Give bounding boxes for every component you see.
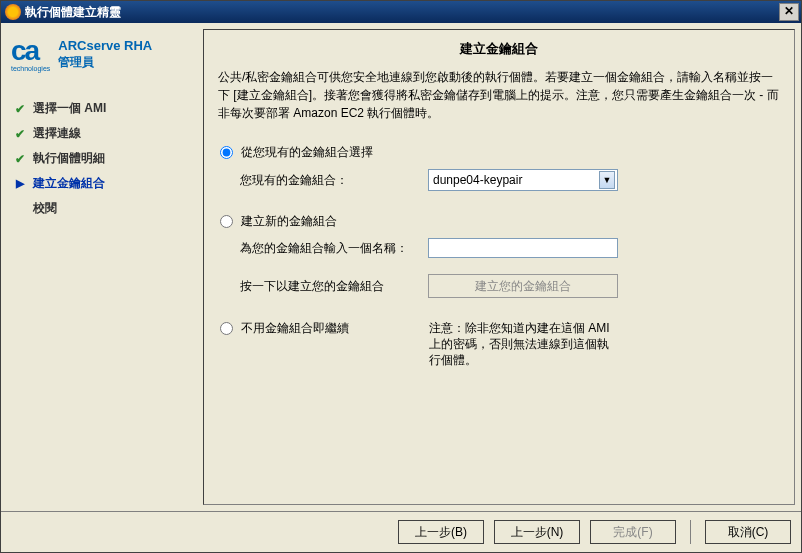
radio-create[interactable]: [220, 215, 233, 228]
radio-none-label: 不用金鑰組合即繼續: [241, 320, 421, 337]
finish-button[interactable]: 完成(F): [590, 520, 676, 544]
radio-existing-label: 從您現有的金鑰組合選擇: [241, 144, 373, 161]
arrow-right-icon: ▶: [13, 177, 27, 190]
existing-field-label: 您現有的金鑰組合：: [240, 172, 420, 189]
radio-existing[interactable]: [220, 146, 233, 159]
option-existing: 從您現有的金鑰組合選擇 您現有的金鑰組合： dunpe04-keypair ▼: [218, 144, 780, 197]
next-button[interactable]: 上一步(N): [494, 520, 580, 544]
page-title: 建立金鑰組合: [218, 40, 780, 58]
create-name-label: 為您的金鑰組合輸入一個名稱：: [240, 240, 420, 257]
sidebar: ca technologies ARCserve RHA 管理員 ✔ 選擇一個 …: [7, 29, 197, 505]
create-button-hint: 按一下以建立您的金鑰組合: [240, 278, 420, 295]
step-create-keypair: ▶ 建立金鑰組合: [11, 171, 193, 196]
body: ca technologies ARCserve RHA 管理員 ✔ 選擇一個 …: [1, 23, 801, 511]
select-value: dunpe04-keypair: [433, 173, 522, 187]
chevron-down-icon: ▼: [599, 171, 615, 189]
logo-sub: technologies: [11, 65, 50, 72]
step-label: 執行個體明細: [33, 150, 105, 167]
step-label: 選擇一個 AMI: [33, 100, 106, 117]
step-instance-details: ✔ 執行個體明細: [11, 146, 193, 171]
close-icon[interactable]: ✕: [779, 3, 799, 21]
radio-create-label: 建立新的金鑰組合: [241, 213, 337, 230]
wizard-icon: [5, 4, 21, 20]
option-none: 不用金鑰組合即繼續 注意：除非您知道內建在這個 AMI 上的密碼，否則無法連線到…: [218, 320, 780, 377]
logo-ca: ca: [11, 35, 38, 66]
app-subtitle: 管理員: [58, 54, 152, 71]
content-panel: 建立金鑰組合 公共/私密金鑰組合可供您安全地連線到您啟動後的執行個體。若要建立一…: [203, 29, 795, 505]
titlebar: 執行個體建立精靈 ✕: [1, 1, 801, 23]
cancel-button[interactable]: 取消(C): [705, 520, 791, 544]
page-description: 公共/私密金鑰組合可供您安全地連線到您啟動後的執行個體。若要建立一個金鑰組合，請…: [218, 68, 780, 122]
back-button[interactable]: 上一步(B): [398, 520, 484, 544]
window-title: 執行個體建立精靈: [25, 4, 121, 21]
step-label: 選擇連線: [33, 125, 81, 142]
none-warning-note: 注意：除非您知道內建在這個 AMI 上的密碼，否則無法連線到這個執行個體。: [429, 320, 619, 369]
checkmark-icon: ✔: [13, 152, 27, 166]
step-list: ✔ 選擇一個 AMI ✔ 選擇連線 ✔ 執行個體明細 ▶ 建立金鑰組合: [11, 96, 193, 221]
option-create: 建立新的金鑰組合 為您的金鑰組合輸入一個名稱： 按一下以建立您的金鑰組合 建立您…: [218, 213, 780, 304]
keypair-name-input[interactable]: [428, 238, 618, 258]
checkmark-icon: ✔: [13, 127, 27, 141]
brand-block: ca technologies ARCserve RHA 管理員: [11, 37, 193, 72]
step-select-connection: ✔ 選擇連線: [11, 121, 193, 146]
create-keypair-button[interactable]: 建立您的金鑰組合: [428, 274, 618, 298]
step-label: 建立金鑰組合: [33, 175, 105, 192]
wizard-window: 執行個體建立精靈 ✕ ca technologies ARCserve RHA …: [0, 0, 802, 553]
step-label: 校閱: [33, 200, 57, 217]
logo: ca technologies: [11, 37, 50, 72]
checkmark-icon: ✔: [13, 102, 27, 116]
step-select-ami: ✔ 選擇一個 AMI: [11, 96, 193, 121]
footer-divider: [690, 520, 691, 544]
app-title: ARCserve RHA: [58, 38, 152, 54]
wizard-footer: 上一步(B) 上一步(N) 完成(F) 取消(C): [1, 511, 801, 552]
step-review: 校閱: [11, 196, 193, 221]
existing-keypair-select[interactable]: dunpe04-keypair ▼: [428, 169, 618, 191]
radio-none[interactable]: [220, 322, 233, 335]
